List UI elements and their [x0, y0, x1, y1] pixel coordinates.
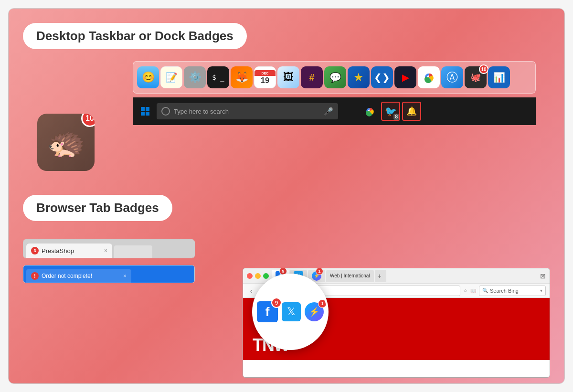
hedgehog-icon: 🦔 — [47, 124, 85, 160]
desktop-section: Desktop Taskbar or Dock Badges 🦔 10 😊 📝 … — [23, 23, 550, 59]
messenger-tab-badge: 1 — [316, 268, 323, 275]
close-traffic-light[interactable] — [247, 273, 253, 279]
svg-rect-4 — [141, 112, 145, 116]
order-tab[interactable]: ! Order not complete! × — [26, 269, 131, 283]
coda-badge: 10 — [479, 64, 488, 74]
dock-icon-coda[interactable]: 🐙 10 — [465, 66, 487, 88]
search-bing-field[interactable]: 🔍 Search Bing ▾ — [479, 286, 546, 296]
mag-twitter-icon: 𝕏 — [282, 302, 301, 321]
search-bing-text: Search Bing — [490, 288, 519, 294]
tnw-tab[interactable]: Web | International — [326, 270, 374, 282]
taskbar-chrome-icon[interactable] — [360, 102, 379, 121]
windows-start-button[interactable] — [137, 103, 154, 120]
mag-facebook-icon: f 9 — [257, 301, 278, 322]
minimize-traffic-light[interactable] — [255, 273, 261, 279]
taskbar-app2-icon[interactable]: 🔔 — [402, 102, 421, 121]
dock-icon-firefox[interactable]: 🦊 — [231, 66, 253, 88]
dock-icon-preview[interactable]: 🖼 — [277, 66, 299, 88]
prestashop-tab[interactable]: 3 PrestaShop × — [26, 244, 112, 258]
prestashop-browser-demo: 3 PrestaShop × — [23, 239, 195, 258]
dock-icon-vscode[interactable]: ❮❯ — [371, 66, 393, 88]
dock-icon-quicktime[interactable]: ▶ — [394, 66, 416, 88]
dock-icon-finder[interactable]: 😊 — [137, 66, 159, 88]
new-tab-button[interactable]: + — [375, 270, 386, 282]
dock-icon-keynote[interactable]: 📊 — [488, 66, 510, 88]
dock-icon-appstore[interactable]: Ⓐ — [441, 66, 463, 88]
large-icon-body: 🦔 10 — [37, 114, 95, 171]
search-icon: 🔍 — [482, 288, 488, 293]
tab-close-button[interactable]: × — [104, 247, 107, 254]
browser-tab-row: f 9 𝕏 ⚡ 1 Web | International + ⊠ — [272, 270, 546, 282]
reader-icon[interactable]: 📖 — [470, 288, 476, 293]
search-dropdown-icon[interactable]: ▾ — [540, 288, 542, 293]
section1-label: Desktop Taskbar or Dock Badges — [23, 23, 247, 49]
traffic-lights — [247, 273, 269, 279]
dock-icon-calendar[interactable]: DEC 19 — [254, 66, 276, 88]
windows-taskbar: Type here to search 🎤 🐦 — [133, 97, 536, 125]
manage-tabs-icon[interactable]: ⊠ — [540, 272, 546, 280]
taskbar-app1-icon[interactable]: 🐦 8 — [381, 102, 400, 121]
svg-rect-3 — [146, 107, 149, 111]
dock-icon-messages[interactable]: 💬 — [324, 66, 346, 88]
search-circle-icon — [161, 107, 170, 116]
magnifier-overlay: f 9 𝕏 ⚡ 1 — [252, 274, 329, 350]
dock-icon-terminal[interactable]: $ _ — [207, 66, 229, 88]
section2-label: Browser Tab Badges — [23, 195, 172, 221]
mag-facebook-badge: 9 — [271, 297, 282, 308]
prestashop-tab-label: PrestaShop — [42, 247, 74, 254]
tab-bar-2: ! Order not complete! × — [23, 265, 194, 283]
main-frame: Desktop Taskbar or Dock Badges 🦔 10 😊 📝 … — [8, 8, 565, 384]
dock-icon-slack[interactable]: # — [301, 66, 323, 88]
windows-search-box[interactable]: Type here to search 🎤 — [157, 103, 338, 119]
back-button[interactable]: ‹ — [247, 286, 255, 295]
order-tab-label: Order not complete! — [42, 273, 92, 279]
microphone-icon: 🎤 — [324, 107, 333, 116]
mag-messenger-icon: ⚡ 1 — [305, 302, 324, 321]
dock-icon-imovie[interactable]: ★ — [348, 66, 370, 88]
order-browser-demo: ! Order not complete! × — [23, 265, 195, 283]
magnifier-content: f 9 𝕏 ⚡ 1 — [252, 297, 329, 327]
svg-rect-5 — [146, 112, 149, 116]
svg-rect-2 — [141, 107, 145, 111]
dock-icon-settings[interactable]: ⚙️ — [184, 66, 206, 88]
dock-icon-notes[interactable]: 📝 — [160, 66, 182, 88]
dock-icon-chrome[interactable] — [418, 66, 440, 88]
tab-bar-1: 3 PrestaShop × — [23, 240, 194, 258]
macos-dock-bar: 😊 📝 ⚙️ $ _ 🦊 DEC 19 🖼 # 💬 ★ ❮❯ — [133, 61, 536, 94]
windows-taskbar-icons: 🐦 8 🔔 — [360, 102, 421, 121]
maximize-traffic-light[interactable] — [263, 273, 269, 279]
order-favicon: ! — [31, 272, 39, 280]
bookmark-icon[interactable]: ☆ — [463, 288, 467, 293]
mag-messenger-badge: 1 — [318, 299, 327, 308]
taskbar-app1-badge: 8 — [393, 114, 399, 120]
large-app-icon: 🦔 10 — [37, 114, 109, 176]
search-placeholder: Type here to search — [174, 108, 229, 115]
prestashop-favicon: 3 — [31, 247, 39, 254]
order-tab-close[interactable]: × — [123, 273, 127, 279]
new-tab-placeholder — [114, 245, 152, 258]
